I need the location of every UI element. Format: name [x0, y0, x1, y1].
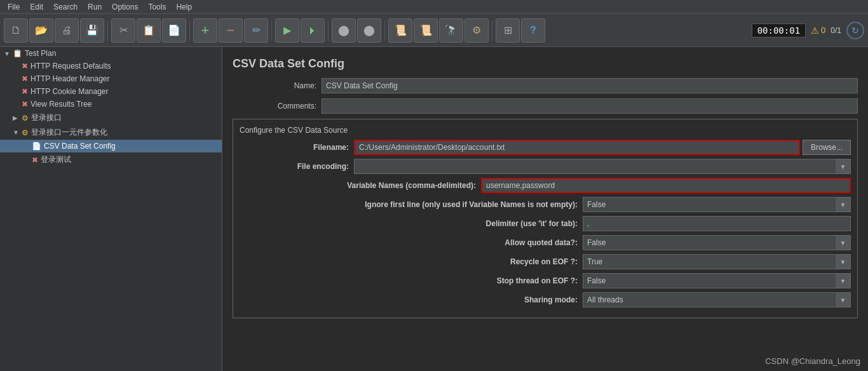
login-param-icon: ⚙: [22, 128, 29, 137]
recycle-eof-dropdown[interactable]: ▼: [836, 254, 851, 269]
file-encoding-value[interactable]: [354, 159, 836, 174]
recycle-eof-row: Recycle on EOF ?: True ▼: [240, 254, 851, 269]
print-button[interactable]: 🖨: [55, 18, 79, 43]
stop-all-button[interactable]: ⬤: [357, 18, 381, 43]
allow-quoted-value[interactable]: False: [583, 235, 836, 250]
http-request-icon: ✖: [22, 62, 28, 71]
expand-icon-7: ▼: [13, 129, 19, 136]
menu-options[interactable]: Options: [107, 1, 143, 13]
warning-count: 0: [821, 25, 825, 35]
progress-badge: 0/1: [831, 26, 841, 35]
remove-button[interactable]: −: [219, 18, 243, 43]
sidebar-item-login-param[interactable]: ▼ ⚙ 登录接口一元件参数化: [0, 125, 222, 140]
ignore-first-line-label: Ignore first line (only used if Variable…: [240, 200, 583, 209]
filename-row: Filename: C:/Users/Administrator/Desktop…: [240, 140, 851, 155]
http-cookie-icon: ✖: [22, 87, 28, 96]
ignore-first-line-row: Ignore first line (only used if Variable…: [240, 197, 851, 212]
content-panel: CSV Data Set Config Name: Comments: Conf…: [222, 47, 868, 371]
menu-file[interactable]: File: [3, 1, 25, 13]
sidebar-item-http-cookie-manager[interactable]: ✖ HTTP Cookie Manager: [0, 85, 222, 98]
allow-quoted-label: Allow quoted data?:: [240, 238, 583, 247]
watermark: CSDN @Chiandra_Leong: [765, 356, 860, 366]
stop-thread-label: Stop thread on EOF ?:: [240, 276, 583, 285]
browse-button[interactable]: Browse...: [803, 140, 851, 155]
file-encoding-row: File encoding: ▼: [240, 159, 851, 174]
login-test-icon: ✖: [32, 156, 38, 165]
menu-tools[interactable]: Tools: [143, 1, 171, 13]
stop-thread-dropdown[interactable]: ▼: [836, 273, 851, 288]
sidebar-label-http-cookie-manager: HTTP Cookie Manager: [31, 87, 109, 96]
play-start-button[interactable]: ⏵: [301, 18, 325, 43]
view-results-icon: ✖: [22, 100, 28, 109]
toolbar-sep-6: [492, 20, 492, 41]
sidebar-label-login-test: 登录测试: [41, 154, 71, 165]
sidebar-item-csv-data-set[interactable]: 📄 CSV Data Set Config: [0, 140, 222, 152]
name-input[interactable]: [322, 78, 858, 93]
csv-data-set-icon: 📄: [32, 142, 41, 151]
filename-label: Filename:: [240, 143, 354, 152]
main-layout: ▼ 📋 Test Plan ✖ HTTP Request Defaults ✖ …: [0, 47, 868, 371]
delimiter-value[interactable]: ,: [583, 216, 851, 231]
stop-thread-value[interactable]: False: [583, 273, 836, 288]
sidebar-label-test-plan: Test Plan: [25, 49, 56, 58]
comments-input[interactable]: [322, 98, 858, 114]
script-button[interactable]: 📜: [388, 18, 412, 43]
toolbar-sep-4: [328, 20, 329, 41]
open-button[interactable]: 📂: [29, 18, 53, 43]
menu-bar: File Edit Search Run Options Tools Help: [0, 0, 868, 14]
login-interface-icon: ⚙: [22, 114, 29, 123]
toolbar-sep-1: [107, 20, 108, 41]
menu-search[interactable]: Search: [48, 1, 83, 13]
sidebar-label-view-results-tree: View Results Tree: [31, 100, 92, 109]
menu-edit[interactable]: Edit: [25, 1, 48, 13]
ignore-first-line-dropdown[interactable]: ▼: [836, 197, 851, 212]
sharing-mode-value[interactable]: All threads: [583, 292, 836, 307]
ignore-first-line-value[interactable]: False: [583, 197, 836, 212]
expand-icon-6: ▶: [13, 114, 19, 121]
sidebar-item-http-request-defaults[interactable]: ✖ HTTP Request Defaults: [0, 60, 222, 72]
stop-thread-row: Stop thread on EOF ?: False ▼: [240, 273, 851, 288]
sharing-mode-label: Sharing mode:: [240, 295, 583, 304]
sidebar-item-test-plan[interactable]: ▼ 📋 Test Plan: [0, 47, 222, 60]
toolbar: 🗋 📂 🖨 💾 ✂ 📋 📄 + − ✏ ▶ ⏵ ⬤ ⬤ 📜 📜 🔭 ⚙ ⊞ ? …: [0, 14, 868, 47]
sidebar-item-http-header-manager[interactable]: ✖ HTTP Header Manager: [0, 72, 222, 85]
sidebar-item-login-test[interactable]: ✖ 登录测试: [0, 152, 222, 167]
file-encoding-label: File encoding:: [240, 162, 354, 171]
sidebar-label-http-header-manager: HTTP Header Manager: [31, 74, 110, 83]
menu-run[interactable]: Run: [83, 1, 107, 13]
warning-badge: ⚠ 0: [811, 25, 825, 36]
toolbar-sep-3: [271, 20, 272, 41]
variable-names-value[interactable]: username,password: [481, 178, 851, 193]
sharing-mode-dropdown[interactable]: ▼: [836, 292, 851, 307]
new-button[interactable]: 🗋: [4, 18, 28, 43]
refresh-button[interactable]: ↻: [846, 22, 864, 39]
sidebar-item-view-results-tree[interactable]: ✖ View Results Tree: [0, 98, 222, 111]
sidebar-item-login-interface[interactable]: ▶ ⚙ 登录接口: [0, 111, 222, 125]
sidebar-label-login-param: 登录接口一元件参数化: [31, 127, 107, 138]
recycle-eof-value[interactable]: True: [583, 254, 836, 269]
edit-button[interactable]: ✏: [244, 18, 268, 43]
warning-icon: ⚠: [811, 25, 819, 36]
copy-button[interactable]: 📋: [137, 18, 161, 43]
timer-value: 00:00:01: [752, 24, 806, 37]
sidebar-label-login-interface: 登录接口: [31, 112, 62, 123]
cut-button[interactable]: ✂: [111, 18, 135, 43]
allow-quoted-dropdown[interactable]: ▼: [836, 235, 851, 250]
help-button[interactable]: ?: [521, 18, 545, 43]
filename-value[interactable]: C:/Users/Administrator/Desktop/account.t…: [354, 140, 800, 155]
menu-help[interactable]: Help: [171, 1, 197, 13]
binoculars-button[interactable]: 🔭: [439, 18, 463, 43]
save-button[interactable]: 💾: [80, 18, 104, 43]
sidebar-label-csv-data-set: CSV Data Set Config: [44, 142, 116, 151]
add-button[interactable]: +: [193, 18, 217, 43]
paste-button[interactable]: 📄: [162, 18, 186, 43]
file-encoding-dropdown[interactable]: ▼: [836, 159, 851, 174]
stop-button[interactable]: ⬤: [332, 18, 356, 43]
variable-names-row: Variable Names (comma-delimited): userna…: [240, 178, 851, 193]
play-button[interactable]: ▶: [275, 18, 299, 43]
name-label: Name:: [233, 81, 322, 90]
settings-button[interactable]: ⚙: [465, 18, 489, 43]
grid-button[interactable]: ⊞: [496, 18, 520, 43]
script2-button[interactable]: 📜: [414, 18, 438, 43]
panel-title: CSV Data Set Config: [233, 57, 858, 71]
